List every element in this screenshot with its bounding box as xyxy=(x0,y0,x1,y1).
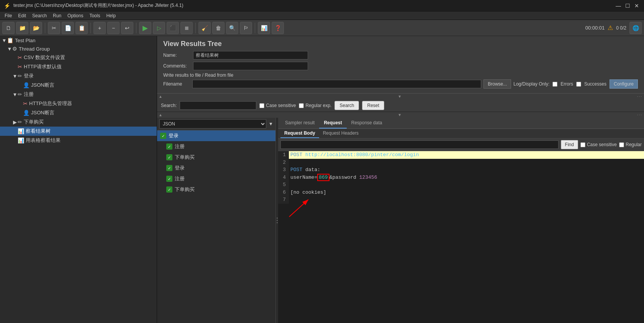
sidebar-item-order[interactable]: ▶ ✏ 下单购买 xyxy=(0,117,157,127)
case-sensitive-checkbox[interactable] xyxy=(259,103,264,108)
search-button[interactable]: Search xyxy=(334,101,359,110)
toolbar-add-btn[interactable]: + xyxy=(93,22,106,34)
menu-options[interactable]: Options xyxy=(64,12,86,19)
toolbar-help-btn[interactable]: 🏳 xyxy=(240,22,252,34)
find-regular-checkbox[interactable] xyxy=(619,142,624,147)
toolbar-templates-btn[interactable]: 📁 xyxy=(16,22,28,34)
format-select[interactable]: JSON XML Text HTML xyxy=(159,119,266,129)
name-input[interactable] xyxy=(193,51,308,59)
minimize-btn[interactable]: — xyxy=(615,2,622,9)
password-key: sword xyxy=(341,175,359,180)
sidebar-item-login-group[interactable]: ▼ ✏ 登录 xyxy=(0,71,157,81)
toolbar-copy-btn[interactable]: 📄 xyxy=(62,22,74,34)
tab-request[interactable]: Request xyxy=(319,118,346,129)
sidebar-item-httpdefault[interactable]: ▶ ✂ HTTP请求默认值 xyxy=(0,62,157,71)
result-item-order2[interactable]: ✓ 下单购买 xyxy=(157,184,275,195)
arrow-down-2[interactable]: ▼ xyxy=(398,113,401,117)
menu-tools[interactable]: Tools xyxy=(86,12,103,19)
toolbar-new-btn[interactable]: 🗋 xyxy=(2,22,15,34)
successes-checkbox[interactable] xyxy=(576,82,581,87)
expand-register[interactable]: ▼ xyxy=(12,92,18,97)
arrow-up-1[interactable]: ▲ xyxy=(159,94,162,99)
close-btn[interactable]: ✕ xyxy=(633,2,640,9)
comments-row: Comments: xyxy=(163,62,638,70)
threadgroup-label: Thread Group xyxy=(19,46,50,52)
toolbar-remove-btn[interactable]: − xyxy=(107,22,120,34)
toolbar-help2-btn[interactable]: ❓ xyxy=(272,22,284,34)
expand-login[interactable]: ▼ xyxy=(12,73,18,79)
sidebar-item-resultstree[interactable]: ▶ 📊 察看结果树 xyxy=(0,127,157,136)
elapsed-time: 00:00:01 xyxy=(585,25,605,31)
comments-label: Comments: xyxy=(163,63,190,69)
search-input[interactable] xyxy=(180,101,256,110)
toolbar-globe-btn[interactable]: 🌐 xyxy=(629,22,642,34)
sidebar-item-json-assert-login[interactable]: ▶ 👤 JSON断言 xyxy=(0,81,157,90)
menu-edit[interactable]: Edit xyxy=(15,12,29,19)
menu-search[interactable]: Search xyxy=(29,12,50,19)
toolbar-start-btn[interactable]: ▶ xyxy=(139,22,151,34)
toolbar-undo-btn[interactable]: ↩ xyxy=(121,22,133,34)
menu-file[interactable]: File xyxy=(2,12,15,19)
toolbar-shutdown-btn[interactable]: ⏹ xyxy=(180,22,193,34)
arrow-up-2[interactable]: ▲ xyxy=(159,113,162,117)
configure-button[interactable]: Configure xyxy=(610,79,638,89)
tab-response-data[interactable]: Response data xyxy=(347,118,387,129)
httpdefault-label: HTTP请求默认值 xyxy=(24,63,62,70)
toolbar-sep5 xyxy=(255,23,255,33)
arrow-down-1[interactable]: ▼ xyxy=(398,94,401,99)
browse-button[interactable]: Browse... xyxy=(483,79,511,89)
filename-input[interactable] xyxy=(192,80,481,88)
reset-button[interactable]: Reset xyxy=(362,101,384,110)
sidebar: ▼ 📋 Test Plan ▼ ⚙ Thread Group ▶ ✂ CSV 数… xyxy=(0,36,157,323)
toolbar-clearlogs-btn[interactable]: 🗑 xyxy=(212,22,224,34)
shield-icon-order2: ✓ xyxy=(166,186,172,193)
regular-exp-row: Regular exp. xyxy=(299,103,331,108)
toolbar-info-btn[interactable]: 🔍 xyxy=(226,22,238,34)
toolbar-sep2 xyxy=(90,23,91,33)
maximize-btn[interactable]: ☐ xyxy=(624,2,631,9)
code-line-4: 4 userName=869&password 123456 xyxy=(278,174,644,181)
toolbar-clear-btn[interactable]: 🧹 xyxy=(198,22,211,34)
order-icon: ✏ xyxy=(18,119,22,125)
sidebar-item-json-assert-register[interactable]: ▶ 👤 JSON断言 xyxy=(0,108,157,117)
dots-1: ··· xyxy=(637,94,642,99)
window-title: tester.jmx (C:\Users\hzxy\Desktop\测试专用图片… xyxy=(13,2,183,9)
toolbar-paste-btn[interactable]: 📋 xyxy=(75,22,88,34)
menu-help[interactable]: Help xyxy=(103,12,119,19)
comments-input[interactable] xyxy=(193,62,308,70)
expand-threadgroup[interactable]: ▼ xyxy=(7,46,12,52)
errors-checkbox[interactable] xyxy=(552,82,557,87)
expand-testplan[interactable]: ▼ xyxy=(2,38,7,43)
result-item-order1[interactable]: ✓ 下单购买 xyxy=(157,152,275,163)
sidebar-item-testplan[interactable]: ▼ 📋 Test Plan xyxy=(0,36,157,44)
sidebar-item-csv[interactable]: ▶ ✂ CSV 数据文件设置 xyxy=(0,53,157,62)
result-item-register1[interactable]: ✓ 注册 xyxy=(157,141,275,152)
toolbar-start-no-pauses-btn[interactable]: ▷ xyxy=(153,22,165,34)
sidebar-item-httpheader[interactable]: ▶ ✂ HTTP信息头管理器 xyxy=(0,99,157,108)
subtab-request-headers[interactable]: Request Headers xyxy=(319,129,362,138)
find-input[interactable] xyxy=(280,140,559,149)
toolbar-log-btn[interactable]: 📊 xyxy=(258,22,270,34)
sidebar-item-resultstable[interactable]: ▶ 📊 用表格察看结果 xyxy=(0,136,157,145)
tab-sampler-result[interactable]: Sampler result xyxy=(280,118,319,129)
regular-exp-checkbox[interactable] xyxy=(299,103,304,108)
result-item-register2[interactable]: ✓ 注册 xyxy=(157,173,275,184)
toolbar-sep1 xyxy=(45,23,45,33)
toolbar-open-btn[interactable]: 📂 xyxy=(30,22,42,34)
app-icon: ⚡ xyxy=(4,3,10,9)
toolbar-stop-btn[interactable]: ⬛ xyxy=(167,22,179,34)
toolbar-cut-btn[interactable]: ✂ xyxy=(48,22,60,34)
menu-run[interactable]: Run xyxy=(50,12,64,19)
expand-order[interactable]: ▶ xyxy=(12,119,18,125)
result-item-login1[interactable]: ✓ 登录 xyxy=(157,130,275,141)
line-num-5: 5 xyxy=(278,181,289,189)
sidebar-item-threadgroup[interactable]: ▼ ⚙ Thread Group xyxy=(0,44,157,53)
right-panel: View Results Tree Name: Comments: Write … xyxy=(157,36,644,323)
resize-dot-2 xyxy=(277,220,278,221)
subtab-request-body[interactable]: Request Body xyxy=(280,129,319,138)
sidebar-item-register-group[interactable]: ▼ ✏ 注册 xyxy=(0,90,157,99)
find-case-sensitive-checkbox[interactable] xyxy=(580,142,585,147)
find-case-sensitive-label: Case sensitive xyxy=(587,142,617,147)
find-button[interactable]: Find xyxy=(561,140,578,149)
result-item-login2[interactable]: ✓ 登录 xyxy=(157,163,275,173)
